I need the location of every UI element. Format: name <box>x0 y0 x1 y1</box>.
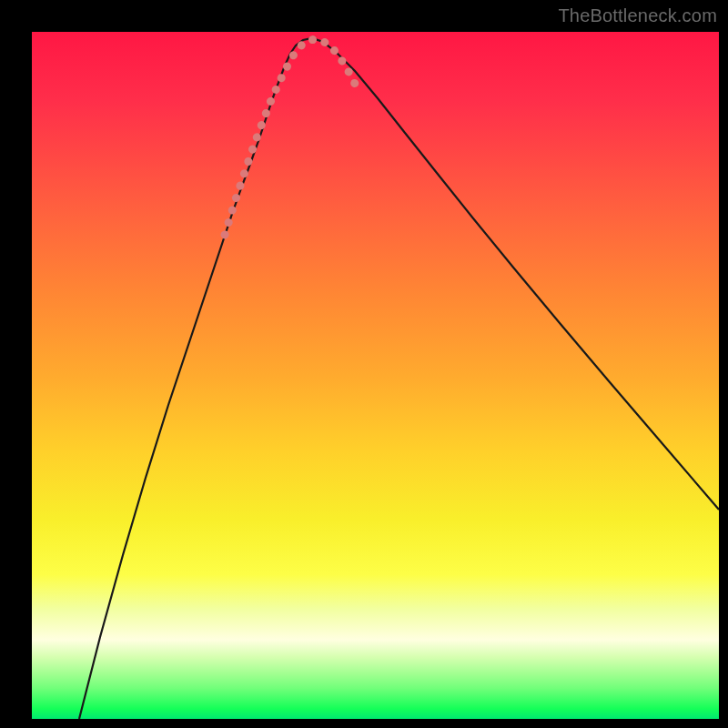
marker-dots <box>225 39 359 235</box>
watermark-label: TheBottleneck.com <box>558 5 717 26</box>
chart-frame: TheBottleneck.com <box>0 0 728 728</box>
curve-svg <box>32 32 719 719</box>
bottleneck-curve <box>79 38 719 719</box>
plot-area <box>32 32 719 719</box>
